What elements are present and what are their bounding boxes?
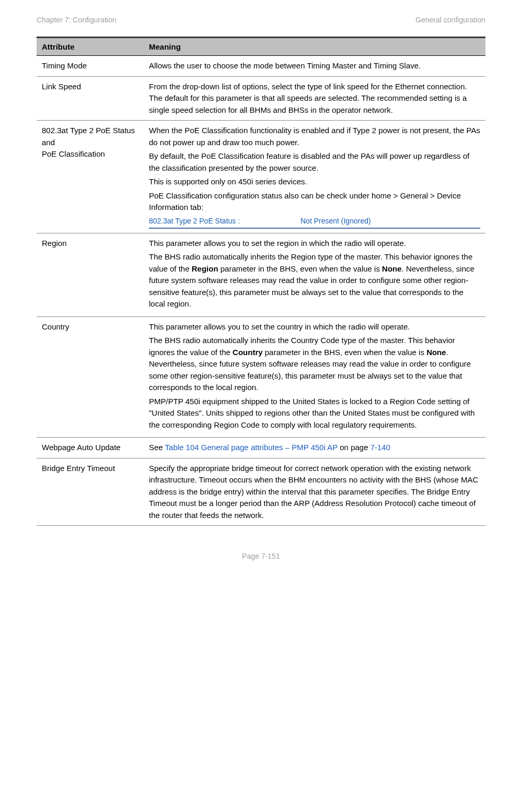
table-row: 802.3at Type 2 PoE Status and PoE Classi… [37, 121, 485, 233]
table-row: Link Speed From the drop-down list of op… [37, 76, 485, 121]
page-header: Chapter 7: Configuration General configu… [37, 16, 485, 24]
attr-webpage: Webpage Auto Update [37, 438, 144, 458]
table-row: Bridge Entry Timeout Specify the appropr… [37, 458, 485, 526]
chapter-title: Chapter 7: Configuration [37, 16, 117, 24]
meaning-country: This parameter allows you to set the cou… [144, 316, 485, 438]
poe-p2: By default, the PoE Classification featu… [149, 150, 480, 174]
meaning-webpage: See Table 104 General page attributes – … [144, 438, 485, 458]
attr-poe-line2: PoE Classification [42, 149, 105, 158]
poe-status-label: 802.3at Type 2 PoE Status : [149, 216, 300, 227]
meaning-bridge: Specify the appropriate bridge timeout f… [144, 458, 485, 526]
col-meaning: Meaning [144, 38, 485, 56]
attr-region: Region [37, 233, 144, 316]
country-p2: The BHS radio automatically inherits the… [149, 335, 480, 394]
attr-poe: 802.3at Type 2 PoE Status and PoE Classi… [37, 121, 144, 233]
country-p1: This parameter allows you to set the cou… [149, 321, 480, 333]
attr-poe-line1: 802.3at Type 2 PoE Status and [42, 126, 135, 147]
page-footer: Page 7-151 [37, 552, 485, 560]
section-title: General configuration [415, 16, 485, 24]
attr-country: Country [37, 316, 144, 438]
poe-status-line: 802.3at Type 2 PoE Status : Not Present … [149, 216, 480, 229]
country-p3: PMP/PTP 450i equipment shipped to the Un… [149, 396, 480, 431]
region-p2: The BHS radio automatically inherits the… [149, 251, 480, 310]
page-7-140-link[interactable]: 7-140 [370, 443, 390, 452]
poe-p1: When the PoE Classification functionalit… [149, 125, 480, 148]
meaning-region: This parameter allows you to set the reg… [144, 233, 485, 316]
poe-p3: This is supported only on 450i series de… [149, 176, 480, 188]
region-p1: This parameter allows you to set the reg… [149, 238, 480, 250]
attr-link-speed: Link Speed [37, 76, 144, 121]
meaning-link-speed: From the drop-down list of options, sele… [144, 76, 485, 121]
meaning-poe: When the PoE Classification functionalit… [144, 121, 485, 233]
attr-bridge: Bridge Entry Timeout [37, 458, 144, 526]
poe-status-value: Not Present (Ignored) [300, 216, 371, 227]
table-row: Webpage Auto Update See Table 104 Genera… [37, 438, 485, 458]
table-row: Timing Mode Allows the user to choose th… [37, 56, 485, 77]
attributes-table: Attribute Meaning Timing Mode Allows the… [37, 37, 485, 526]
attr-timing-mode: Timing Mode [37, 56, 144, 77]
table-row: Region This parameter allows you to set … [37, 233, 485, 316]
poe-p4: PoE Classification configuration status … [149, 190, 480, 214]
col-attribute: Attribute [37, 38, 144, 56]
table-row: Country This parameter allows you to set… [37, 316, 485, 438]
table-104-link[interactable]: Table 104 General page attributes – PMP … [165, 443, 338, 452]
meaning-timing-mode: Allows the user to choose the mode betwe… [144, 56, 485, 77]
